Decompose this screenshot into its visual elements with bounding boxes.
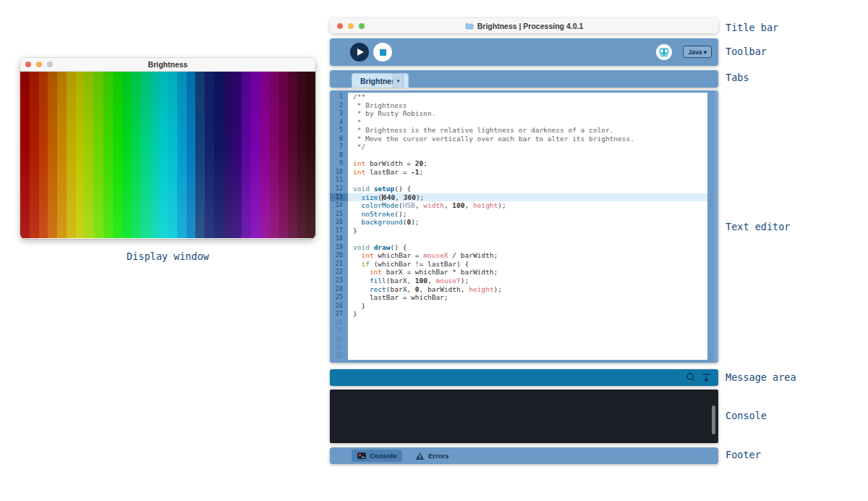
- annotation-toolbar: Toolbar: [726, 46, 767, 57]
- code-line[interactable]: lastBar = whichBar;: [348, 293, 707, 302]
- color-bar: [288, 72, 297, 238]
- color-bar: [214, 72, 224, 238]
- annotation-title-bar: Title bar: [726, 22, 778, 33]
- gutter-line-number: 1: [330, 93, 348, 101]
- code-line[interactable]: int lastBar = -1;: [348, 168, 707, 177]
- color-bar: [260, 72, 270, 238]
- code-line[interactable]: [348, 343, 707, 352]
- code-line[interactable]: [348, 235, 707, 243]
- code-line[interactable]: colorMode(HSB, width, 100, height);: [348, 201, 707, 210]
- display-window-title: Brightness: [20, 60, 315, 69]
- editor-scrollbar[interactable]: [707, 90, 718, 363]
- search-icon[interactable]: [685, 371, 697, 383]
- color-bar: [94, 72, 103, 238]
- play-icon: [357, 49, 364, 56]
- code-line[interactable]: [348, 335, 707, 344]
- footer-tab-console[interactable]: Console: [352, 450, 402, 462]
- gutter-line-number: 3: [330, 109, 348, 118]
- gutter-line-number: 22: [330, 268, 348, 277]
- gutter-line-number: 30: [330, 335, 348, 344]
- gutter-line-number: 26: [330, 302, 348, 311]
- debug-button[interactable]: [656, 44, 672, 60]
- color-bar: [131, 72, 140, 238]
- gutter-line-number: 14: [330, 201, 348, 210]
- code-line[interactable]: background(0);: [348, 218, 707, 227]
- gutter-line-number: 21: [330, 260, 348, 269]
- gutter-line-number: 8: [330, 151, 348, 160]
- color-bar: [242, 72, 251, 238]
- code-lines[interactable]: /** * Brightness * by Rusty Robison. * *…: [348, 93, 707, 360]
- folder-icon: [465, 22, 474, 30]
- gutter-line-number: 27: [330, 310, 348, 319]
- gutter-line-number: 17: [330, 227, 348, 235]
- code-line[interactable]: [348, 151, 707, 160]
- gutter-line-number: 10: [330, 168, 348, 177]
- gutter-line-number: 16: [330, 218, 348, 227]
- stop-button[interactable]: [373, 43, 392, 62]
- code-line[interactable]: [348, 327, 707, 335]
- footer-tab-errors[interactable]: Errors: [415, 450, 449, 462]
- tab-menu-button[interactable]: ▼: [393, 73, 404, 88]
- annotation-text-editor: Text editor: [726, 221, 790, 232]
- gutter-line-number: 23: [330, 277, 348, 285]
- gutter-line-number: 2: [330, 101, 348, 110]
- gutter-line-number: 13: [330, 193, 348, 202]
- code-line[interactable]: }: [348, 302, 707, 311]
- code-line[interactable]: */: [348, 143, 707, 151]
- color-bar: [140, 72, 150, 238]
- annotation-display-window: Display window: [20, 250, 315, 262]
- gutter-line-number: 4: [330, 118, 348, 127]
- gutter-line-number: 19: [330, 243, 348, 252]
- chevron-down-icon: ▼: [396, 79, 401, 83]
- code-line[interactable]: int barX = whichBar * barWidth;: [348, 268, 707, 277]
- code-line[interactable]: * Brightness: [348, 101, 707, 110]
- code-line[interactable]: int whichBar = mouseX / barWidth;: [348, 251, 707, 260]
- code-line[interactable]: * by Rusty Robison.: [348, 109, 707, 118]
- gutter-line-number: 11: [330, 176, 348, 185]
- color-bar: [251, 72, 260, 238]
- code-line[interactable]: }: [348, 227, 707, 235]
- code-line[interactable]: /**: [348, 93, 707, 101]
- gutter-line-number: 25: [330, 293, 348, 302]
- code-line[interactable]: * Move the cursor vertically over each b…: [348, 135, 707, 143]
- code-line[interactable]: [348, 176, 707, 185]
- display-window: Brightness: [20, 58, 315, 239]
- sketch-canvas[interactable]: [20, 72, 315, 238]
- color-bar: [269, 72, 278, 238]
- gutter-line-number: 5: [330, 126, 348, 135]
- code-line[interactable]: int barWidth = 20;: [348, 159, 707, 168]
- code-line[interactable]: }: [348, 310, 707, 319]
- code-line[interactable]: * Brightness is the relative lightness o…: [348, 126, 707, 135]
- code-line[interactable]: [348, 319, 707, 327]
- code-line[interactable]: [348, 352, 707, 360]
- console-output[interactable]: [330, 390, 718, 443]
- code-line[interactable]: fill(barX, 100, mouseY);: [348, 277, 707, 285]
- gutter-line-number: 29: [330, 327, 348, 335]
- color-bar: [177, 72, 187, 238]
- collapse-console-icon[interactable]: [701, 372, 712, 383]
- color-bar: [20, 72, 30, 238]
- run-button[interactable]: [350, 43, 369, 62]
- color-bar: [103, 72, 113, 238]
- ide-footer: Console Errors: [330, 447, 718, 464]
- color-bar: [76, 72, 85, 238]
- ide-toolbar: Java ▾: [330, 38, 718, 66]
- code-line[interactable]: rect(barX, 0, barWidth, height);: [348, 285, 707, 294]
- color-bar: [30, 72, 39, 238]
- mode-selector-button[interactable]: Java ▾: [683, 46, 712, 58]
- gutter-line-number: 12: [330, 185, 348, 193]
- console-scrollbar-thumb[interactable]: [712, 405, 715, 434]
- code-line[interactable]: void draw() {: [348, 243, 707, 252]
- color-bar: [39, 72, 48, 238]
- code-line[interactable]: void setup() {: [348, 185, 707, 193]
- code-line[interactable]: if (whichBar != lastBar) {: [348, 260, 707, 269]
- mode-selector-label: Java ▾: [688, 49, 707, 56]
- gutter-line-number: 7: [330, 143, 348, 151]
- color-bar: [195, 72, 205, 238]
- color-bar: [224, 72, 233, 238]
- text-editor: 1234567891011121314151617181920212223242…: [330, 90, 718, 363]
- code-line[interactable]: *: [348, 118, 707, 127]
- code-line[interactable]: noStroke();: [348, 210, 707, 219]
- code-line[interactable]: size(640, 360);: [348, 193, 707, 202]
- ide-titlebar: Brightness | Processing 4.0.1: [330, 18, 718, 33]
